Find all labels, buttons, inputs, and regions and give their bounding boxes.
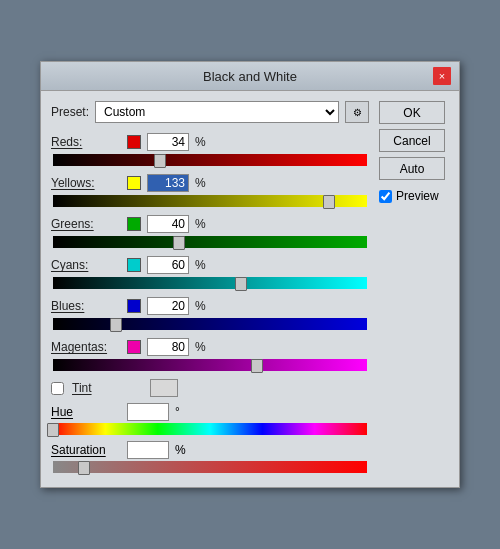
hue-saturation-section: Hue ° Saturation % bbox=[51, 403, 369, 473]
saturation-unit: % bbox=[175, 443, 186, 457]
color-swatch-2 bbox=[127, 217, 141, 231]
slider-row-yellows: Yellows:% bbox=[51, 174, 369, 207]
slider-header-0: Reds:% bbox=[51, 133, 369, 151]
preview-label: Preview bbox=[396, 189, 439, 203]
percent-label-5: % bbox=[195, 340, 206, 354]
tint-checkbox[interactable] bbox=[51, 382, 64, 395]
slider-track-5 bbox=[53, 359, 367, 371]
hue-label: Hue bbox=[51, 405, 121, 419]
slider-thumb-0[interactable] bbox=[154, 154, 166, 168]
slider-name-4: Blues: bbox=[51, 299, 121, 313]
hue-input[interactable] bbox=[127, 403, 169, 421]
hue-unit: ° bbox=[175, 405, 180, 419]
slider-header-3: Cyans:% bbox=[51, 256, 369, 274]
dialog-title: Black and White bbox=[67, 69, 433, 84]
dialog-body: Preset: Custom ⚙ Reds:%Yellows:%Greens:%… bbox=[41, 91, 459, 487]
preset-options-button[interactable]: ⚙ bbox=[345, 101, 369, 123]
percent-label-3: % bbox=[195, 258, 206, 272]
preset-label: Preset: bbox=[51, 105, 89, 119]
percent-label-0: % bbox=[195, 135, 206, 149]
right-panel: OK Cancel Auto Preview bbox=[379, 101, 449, 477]
sliders-container: Reds:%Yellows:%Greens:%Cyans:%Blues:%Mag… bbox=[51, 133, 369, 371]
left-panel: Preset: Custom ⚙ Reds:%Yellows:%Greens:%… bbox=[51, 101, 369, 477]
slider-name-0: Reds: bbox=[51, 135, 121, 149]
slider-track-0 bbox=[53, 154, 367, 166]
hue-track bbox=[53, 423, 367, 435]
slider-header-4: Blues:% bbox=[51, 297, 369, 315]
color-swatch-3 bbox=[127, 258, 141, 272]
ok-button[interactable]: OK bbox=[379, 101, 445, 124]
value-input-4[interactable] bbox=[147, 297, 189, 315]
slider-thumb-5[interactable] bbox=[251, 359, 263, 373]
slider-name-2: Greens: bbox=[51, 217, 121, 231]
color-swatch-4 bbox=[127, 299, 141, 313]
slider-row-cyans: Cyans:% bbox=[51, 256, 369, 289]
saturation-thumb[interactable] bbox=[78, 461, 90, 475]
value-input-0[interactable] bbox=[147, 133, 189, 151]
slider-name-5: Magentas: bbox=[51, 340, 121, 354]
slider-thumb-3[interactable] bbox=[235, 277, 247, 291]
value-input-1[interactable] bbox=[147, 174, 189, 192]
cancel-button[interactable]: Cancel bbox=[379, 129, 445, 152]
hue-row: Hue ° bbox=[51, 403, 369, 421]
value-input-2[interactable] bbox=[147, 215, 189, 233]
saturation-track bbox=[53, 461, 367, 473]
tint-swatch bbox=[150, 379, 178, 397]
slider-track-4 bbox=[53, 318, 367, 330]
slider-track-3 bbox=[53, 277, 367, 289]
slider-header-5: Magentas:% bbox=[51, 338, 369, 356]
preview-checkbox[interactable] bbox=[379, 190, 392, 203]
tint-row: Tint bbox=[51, 379, 369, 397]
slider-row-magentas: Magentas:% bbox=[51, 338, 369, 371]
slider-row-reds: Reds:% bbox=[51, 133, 369, 166]
slider-thumb-1[interactable] bbox=[323, 195, 335, 209]
slider-track-2 bbox=[53, 236, 367, 248]
saturation-label: Saturation bbox=[51, 443, 121, 457]
slider-name-3: Cyans: bbox=[51, 258, 121, 272]
close-button[interactable]: × bbox=[433, 67, 451, 85]
value-input-5[interactable] bbox=[147, 338, 189, 356]
percent-label-2: % bbox=[195, 217, 206, 231]
percent-label-4: % bbox=[195, 299, 206, 313]
slider-header-1: Yellows:% bbox=[51, 174, 369, 192]
slider-row-greens: Greens:% bbox=[51, 215, 369, 248]
preview-row: Preview bbox=[379, 189, 449, 203]
color-swatch-0 bbox=[127, 135, 141, 149]
slider-row-blues: Blues:% bbox=[51, 297, 369, 330]
tint-label: Tint bbox=[72, 381, 142, 395]
preset-icon: ⚙ bbox=[353, 107, 362, 118]
slider-header-2: Greens:% bbox=[51, 215, 369, 233]
saturation-input[interactable] bbox=[127, 441, 169, 459]
color-swatch-1 bbox=[127, 176, 141, 190]
slider-thumb-4[interactable] bbox=[110, 318, 122, 332]
slider-thumb-2[interactable] bbox=[173, 236, 185, 250]
hue-thumb[interactable] bbox=[47, 423, 59, 437]
preset-row: Preset: Custom ⚙ bbox=[51, 101, 369, 123]
saturation-row: Saturation % bbox=[51, 441, 369, 459]
value-input-3[interactable] bbox=[147, 256, 189, 274]
black-and-white-dialog: Black and White × Preset: Custom ⚙ Reds:… bbox=[40, 61, 460, 488]
slider-name-1: Yellows: bbox=[51, 176, 121, 190]
percent-label-1: % bbox=[195, 176, 206, 190]
title-bar: Black and White × bbox=[41, 62, 459, 91]
slider-track-1 bbox=[53, 195, 367, 207]
color-swatch-5 bbox=[127, 340, 141, 354]
preset-select[interactable]: Custom bbox=[95, 101, 339, 123]
auto-button[interactable]: Auto bbox=[379, 157, 445, 180]
